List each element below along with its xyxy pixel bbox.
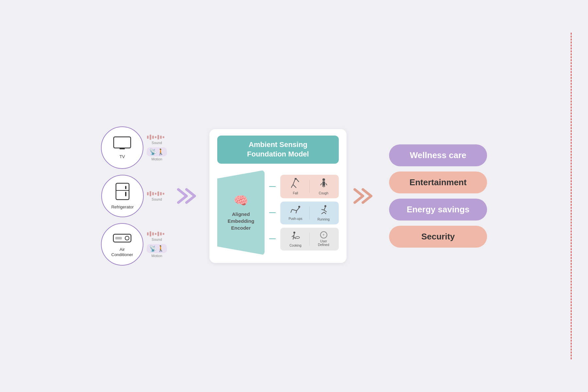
svg-rect-18	[157, 191, 159, 196]
sound-wave-icon	[147, 134, 167, 140]
person-walk-icon: 🚶	[157, 148, 164, 155]
fridge-icon	[115, 183, 130, 203]
pushups-label: Push-ups	[288, 217, 302, 220]
ac-motion-badge: 📡 🚶 Motion	[147, 244, 167, 258]
svg-rect-19	[160, 192, 162, 195]
foundation-model-box: Ambient SensingFoundation Model 🧠 Aligne…	[209, 129, 347, 263]
device-circle-fridge: Refrigerator	[101, 175, 144, 217]
tv-label: TV	[120, 154, 125, 159]
svg-rect-9	[163, 136, 164, 138]
fall-label: Fall	[293, 191, 298, 195]
ac-sensors: Sound 📡 🚶 Motion	[147, 231, 167, 258]
user-defined-item: + UserDefined	[312, 231, 335, 247]
left-chevron-arrow	[177, 186, 203, 206]
output-card-cooking: Cooking + UserDefined	[280, 228, 339, 251]
svg-rect-0	[114, 137, 131, 148]
ac-icon	[113, 232, 132, 246]
svg-rect-7	[157, 135, 159, 139]
running-item: Running	[312, 205, 335, 221]
cough-label: Cough	[319, 191, 328, 195]
fridge-sound-badge: Sound	[147, 191, 167, 201]
svg-rect-16	[152, 192, 154, 195]
svg-point-36	[322, 178, 325, 181]
svg-line-50	[324, 212, 326, 214]
person-walk-icon-ac: 🚶	[157, 245, 164, 252]
cough-item: Cough	[312, 178, 335, 195]
output-cards: Fall Cough	[280, 175, 339, 251]
svg-rect-37	[322, 181, 325, 186]
ac-sound-label: Sound	[152, 237, 162, 241]
svg-line-46	[324, 207, 325, 210]
svg-rect-28	[157, 232, 159, 236]
svg-point-51	[293, 232, 295, 234]
cooking-label: Cooking	[289, 244, 302, 247]
svg-rect-25	[150, 231, 151, 237]
device-row-fridge: Refrigerator S	[101, 175, 167, 217]
encoder-trapezoid: 🧠 AlignedEmbeddingEncoder	[217, 170, 265, 255]
svg-line-54	[293, 237, 294, 239]
applications-column: Wellness care Entertainment Energy savin…	[389, 144, 487, 248]
tv-sensors: Sound 📡 🚶 Motion	[147, 134, 167, 161]
devices-column: TV Sound	[101, 126, 167, 266]
card-divider-2	[309, 206, 310, 220]
encoder-label: AlignedEmbeddingEncoder	[228, 211, 254, 231]
radar-icon: 📡	[149, 148, 156, 155]
fridge-sound-label: Sound	[152, 197, 162, 201]
svg-rect-15	[150, 191, 151, 196]
svg-line-48	[321, 209, 324, 210]
user-defined-icon: +	[320, 231, 327, 238]
output-card-fall-cough: Fall Cough	[280, 175, 339, 198]
svg-rect-22	[115, 237, 122, 239]
fall-item: Fall	[284, 178, 307, 195]
tv-motion-badge: 📡 🚶 Motion	[147, 147, 167, 161]
connector-line-2	[269, 212, 276, 213]
svg-line-38	[320, 183, 322, 185]
svg-line-47	[324, 210, 327, 212]
svg-point-23	[125, 236, 129, 240]
svg-rect-5	[152, 136, 154, 139]
device-row-tv: TV Sound	[101, 126, 167, 169]
cooking-item: Cooking	[284, 231, 307, 247]
tv-icon	[113, 136, 131, 153]
svg-line-49	[321, 212, 324, 214]
svg-rect-27	[155, 233, 156, 235]
output-card-exercise: Push-ups	[280, 202, 339, 224]
tv-sound-badge: Sound	[147, 134, 167, 145]
svg-rect-6	[155, 136, 156, 138]
app-pill-entertainment: Entertainment	[389, 172, 487, 193]
radar-icon-ac: 📡	[149, 245, 156, 252]
svg-line-42	[292, 209, 297, 211]
svg-rect-17	[155, 193, 156, 195]
cooking-icon	[291, 231, 300, 243]
fridge-label: Refrigerator	[111, 204, 134, 210]
svg-rect-10	[116, 183, 129, 200]
tv-motion-label: Motion	[151, 157, 162, 161]
cough-icon	[319, 178, 328, 190]
svg-line-39	[326, 183, 327, 185]
svg-line-55	[294, 237, 296, 239]
connector-lines	[269, 173, 276, 252]
right-chevron-arrow	[353, 186, 379, 206]
ac-motion-label: Motion	[151, 254, 162, 258]
svg-rect-13	[125, 192, 126, 196]
svg-rect-26	[152, 232, 154, 236]
tv-sound-label: Sound	[152, 141, 162, 145]
svg-line-33	[291, 185, 293, 188]
svg-rect-12	[125, 186, 126, 189]
double-chevron-purple-icon	[177, 186, 203, 206]
card-divider-1	[309, 180, 310, 193]
svg-point-40	[298, 206, 300, 208]
diagram-container: TV Sound	[16, 33, 572, 359]
user-defined-label: UserDefined	[318, 239, 329, 247]
double-chevron-salmon-icon	[353, 186, 379, 206]
brain-icon: 🧠	[234, 194, 248, 207]
svg-line-41	[297, 208, 299, 211]
ac-label: AirConditioner	[111, 247, 133, 257]
connector-line-3	[269, 238, 276, 239]
app-pill-wellness: Wellness care	[389, 144, 487, 166]
svg-rect-8	[160, 136, 162, 139]
device-circle-ac: AirConditioner	[101, 223, 143, 266]
svg-rect-14	[147, 192, 149, 195]
svg-rect-24	[147, 232, 149, 236]
svg-line-44	[296, 211, 297, 213]
